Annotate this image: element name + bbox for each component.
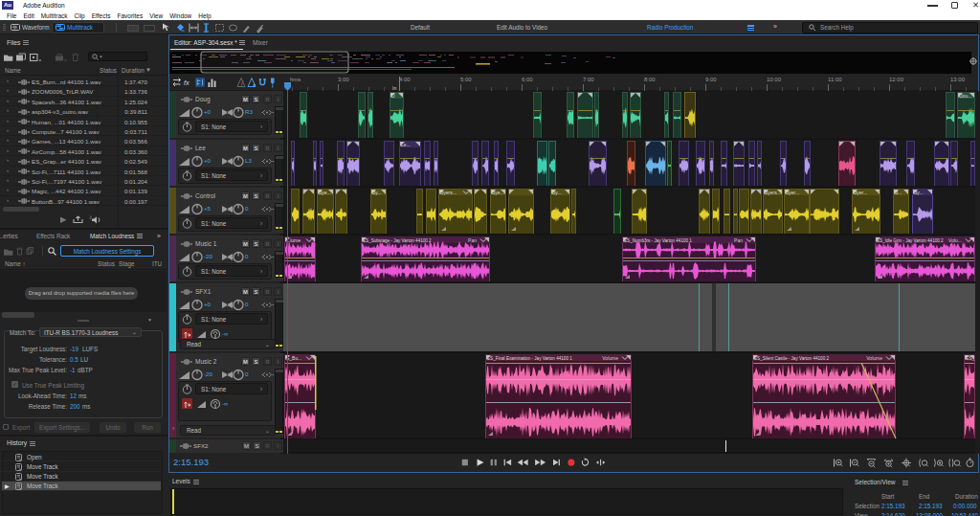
svg-text:fx: fx <box>184 79 189 87</box>
